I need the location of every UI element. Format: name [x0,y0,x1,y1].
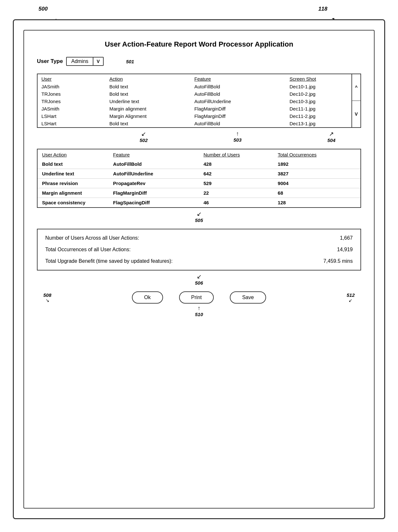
stats-col-totaloccurrences: Total Occurrences [273,149,360,159]
ref-501: 501 [126,59,134,64]
totals-box: Number of Users Across all User Actions:… [37,229,361,270]
stats-table: User Action Feature Number of Users Tota… [38,149,360,207]
action-log-row: LSHartMargin AlignmentFlagMarginDiffDec1… [38,112,360,120]
ref-505-group: ↙ 505 [37,210,361,223]
stats-table-box: User Action Feature Number of Users Tota… [37,149,361,208]
ref-506-group: ↙ 506 [37,273,361,286]
action-log-cell: FlagMarginDiff [191,112,286,120]
label-500: 500 [39,6,48,12]
stats-cell: 529 [199,179,273,188]
print-button[interactable]: Print [179,291,214,304]
action-log-cell: Margin Alignment [106,112,191,120]
stats-cell: 1892 [273,159,360,169]
stats-col-useraction: User Action [38,149,108,159]
stats-cell: Space consistency [38,198,108,208]
ref-502-group: ↙ 502 [140,130,148,143]
stats-cell: AutoFillUnderline [108,169,199,179]
totals-label-2: Total Occurrences of all User Actions: [45,247,321,253]
totals-row-1: Number of Users Across all User Actions:… [45,235,353,241]
totals-label-3: Total Upgrade Benefit (time saved by upd… [45,258,321,264]
action-log-table: User Action Feature Screen Shot JASmithB… [38,74,360,127]
action-log-cell: Bold text [106,83,191,90]
ref-503-group: ↑ 503 [233,130,241,143]
ref-510-group: ↑ 510 [37,305,361,317]
action-log-cell: LSHart [38,120,106,127]
save-button[interactable]: Save [230,291,266,304]
action-log-cell: Dec10-1.jpg [286,83,360,90]
inner-container: User Action-Feature Report Word Processo… [23,30,375,509]
arrow-up-503: ↑ [236,130,239,137]
user-type-value: Admins [67,58,93,65]
arrow-508: ↘ [46,298,49,303]
col-screenshot: Screen Shot [286,74,360,83]
action-log-box: User Action Feature Screen Shot JASmithB… [37,74,361,128]
action-log-cell: Dec10-2.jpg [286,90,360,98]
action-log-cell: AutoFillBold [191,120,286,127]
user-type-dropdown[interactable]: Admins V [66,57,104,66]
page-title: User Action-Feature Report Word Processo… [37,40,361,49]
action-log-row: TRJonesBold textAutoFillBoldDec10-2.jpg [38,90,360,98]
stats-cell: 3827 [273,169,360,179]
annotation-500: 500 [39,6,48,12]
totals-row-2: Total Occurrences of all User Actions: 1… [45,247,353,253]
ref-labels-row: ↙ 502 ↑ 503 ↗ 504 [37,130,361,143]
stats-cell: 68 [273,188,360,198]
arrow-510: ↑ [198,305,201,312]
stats-cell: 128 [273,198,360,208]
stats-col-feature: Feature [108,149,199,159]
ref-502: 502 [140,137,148,143]
ref-510: 510 [195,312,203,317]
ref-505: 505 [195,217,203,223]
stats-cell: 46 [199,198,273,208]
buttons-center: Ok Print Save [132,291,266,304]
action-log-cell: Dec11-2.jpg [286,112,360,120]
action-log-cell: Dec11-1.jpg [286,105,360,112]
arrow-506: ↙ [197,273,202,280]
stats-cell: FlagSpacingDiff [108,198,199,208]
action-log-cell: Bold text [106,120,191,127]
arrow-up-504: ↗ [329,130,334,137]
annotation-118: 118 [318,6,327,12]
btn-508-group: 508 ↘ [43,292,51,303]
stats-col-numusers: Number of Users [199,149,273,159]
stats-row: Underline textAutoFillUnderline6423827 [38,169,360,179]
action-log-cell: AutoFillUnderline [191,98,286,105]
action-log-header-row: User Action Feature Screen Shot [38,74,360,83]
stats-row: Phrase revisionPropagateRev5299004 [38,179,360,188]
scroll-up-button[interactable]: ^ [351,74,360,101]
action-log-cell: Underline text [106,98,191,105]
stats-cell: 642 [199,169,273,179]
ref-512: 512 [347,292,355,298]
action-log-cell: AutoFillBold [191,83,286,90]
action-log-cell: FlagMarginDiff [191,105,286,112]
totals-value-3: 7,459.5 mins [321,258,353,264]
totals-row-3: Total Upgrade Benefit (time saved by upd… [45,258,353,264]
action-log-cell: TRJones [38,90,106,98]
action-log-cell: TRJones [38,98,106,105]
action-log-cell: Dec13-1.jpg [286,120,360,127]
col-feature: Feature [191,74,286,83]
action-log-row: JASmithBold textAutoFillBoldDec10-1.jpg [38,83,360,90]
ref-504: 504 [327,137,335,143]
col-action: Action [106,74,191,83]
scroll-down-button[interactable]: V [351,101,360,128]
stats-header-row: User Action Feature Number of Users Tota… [38,149,360,159]
stats-cell: FlagMarginDiff [108,188,199,198]
action-log-row: TRJonesUnderline textAutoFillUnderlineDe… [38,98,360,105]
dropdown-arrow-icon[interactable]: V [93,58,103,65]
user-type-label: User Type [37,58,63,65]
stats-cell: Bold text [38,159,108,169]
action-log-row: LSHartBold textAutoFillBoldDec13-1.jpg [38,120,360,127]
action-log-cell: JASmith [38,105,106,112]
stats-row: Space consistencyFlagSpacingDiff46128 [38,198,360,208]
label-118: 118 [318,6,327,12]
stats-cell: PropagateRev [108,179,199,188]
stats-cell: AutoFillBold [108,159,199,169]
stats-cell: 9004 [273,179,360,188]
btn-512-group: 512 ↙ [347,292,355,303]
stats-cell: 22 [199,188,273,198]
stats-cell: Underline text [38,169,108,179]
ok-button[interactable]: Ok [132,291,163,304]
stats-cell: 428 [199,159,273,169]
ref-503: 503 [233,137,241,143]
